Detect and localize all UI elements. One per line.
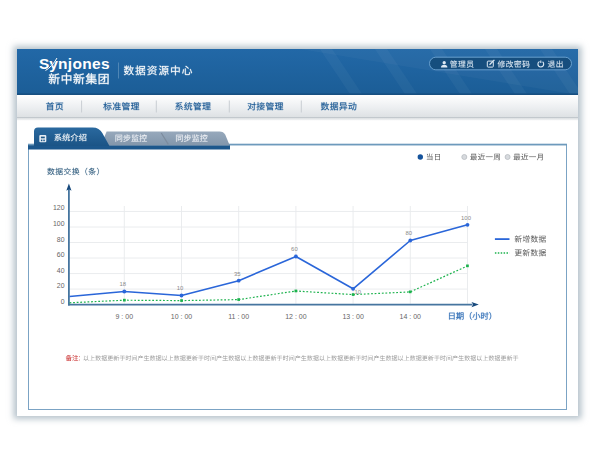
- svg-text:80: 80: [57, 236, 65, 243]
- svg-text:60: 60: [57, 251, 65, 258]
- svg-text:13 : 00: 13 : 00: [342, 313, 364, 320]
- svg-text:20: 20: [57, 282, 65, 289]
- svg-text:14 : 00: 14 : 00: [400, 313, 422, 320]
- svg-text:11 : 00: 11 : 00: [228, 313, 249, 320]
- svg-text:10: 10: [177, 285, 184, 291]
- svg-text:40: 40: [57, 267, 65, 274]
- svg-text:0: 0: [61, 298, 65, 305]
- svg-text:60: 60: [291, 246, 298, 252]
- svg-text:100: 100: [461, 215, 472, 221]
- svg-text:100: 100: [53, 220, 65, 227]
- svg-text:35: 35: [234, 271, 241, 277]
- svg-text:9 : 00: 9 : 00: [116, 313, 134, 320]
- svg-text:12 : 00: 12 : 00: [285, 313, 307, 320]
- svg-text:120: 120: [53, 204, 65, 211]
- svg-text:80: 80: [406, 230, 413, 236]
- svg-text:10 : 00: 10 : 00: [171, 313, 193, 320]
- svg-text:10: 10: [355, 289, 362, 295]
- svg-text:18: 18: [120, 281, 127, 287]
- svg-text:Synjones: Synjones: [39, 55, 110, 72]
